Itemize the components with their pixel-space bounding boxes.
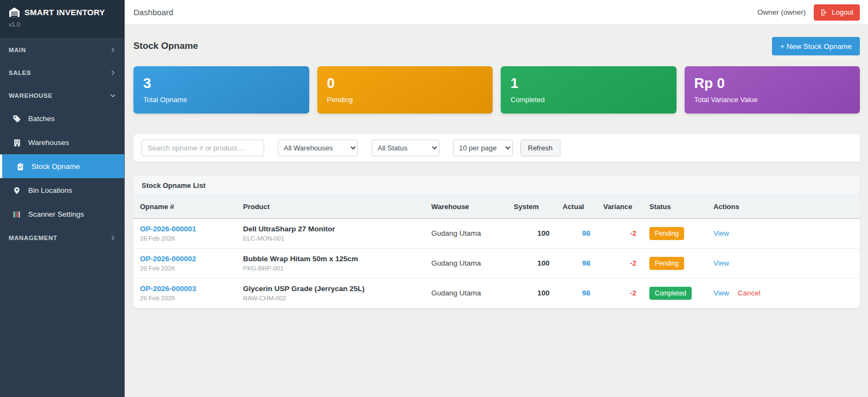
col-header-opname: Opname #: [133, 196, 237, 218]
filter-bar: All Warehouses All Status 10 per page Re…: [133, 134, 860, 162]
app-version: v1.0: [9, 21, 116, 28]
sidebar-item-label: Bin Locations: [28, 186, 72, 194]
page-title: Stock Opname: [133, 41, 198, 52]
chevron-down-icon: [110, 93, 116, 98]
sidebar-section-warehouse[interactable]: WAREHOUSE: [0, 84, 124, 106]
app-title: SMART INVENTORY: [24, 8, 105, 17]
logout-label: Logout: [832, 8, 853, 16]
section-label: MANAGEMENT: [9, 235, 58, 241]
stat-card-total-opname: 3 Total Opname: [133, 66, 309, 114]
col-header-system: System: [507, 196, 556, 218]
sidebar-item-scanner-settings[interactable]: Scanner Settings: [0, 202, 124, 226]
sidebar-section-management[interactable]: MANAGEMENT: [0, 226, 124, 249]
brand: SMART INVENTORY v1.0: [0, 0, 124, 38]
status-badge: Completed: [649, 287, 692, 300]
building-icon: [12, 138, 22, 147]
section-label: SALES: [9, 70, 31, 76]
section-label: MAIN: [9, 47, 26, 53]
stat-value: Rp 0: [694, 75, 851, 91]
opname-date: 26 Feb 2026: [140, 295, 230, 301]
table-row: OP-2026-000002 26 Feb 2026 Bubble Wrap H…: [133, 248, 860, 278]
product-name: Dell UltraSharp 27 Monitor: [243, 225, 418, 233]
warehouse-cell: Gudang Utama: [425, 248, 507, 278]
stat-cards: 3 Total Opname 0 Pending 1 Completed Rp …: [133, 66, 860, 114]
system-qty: 100: [507, 218, 556, 248]
table-row: OP-2026-000003 26 Feb 2026 Glycerin USP …: [133, 278, 860, 308]
logout-button[interactable]: Logout: [814, 4, 860, 21]
warehouse-filter-select[interactable]: All Warehouses: [278, 140, 358, 156]
variance-qty: -2: [597, 248, 643, 278]
logout-icon: [820, 9, 828, 16]
opname-link[interactable]: OP-2026-000003: [140, 285, 196, 293]
barcode-icon: [12, 210, 22, 219]
sidebar-item-label: Warehouses: [28, 138, 69, 147]
variance-qty: -2: [597, 278, 643, 308]
content: Stock Opname + New Stock Opname 3 Total …: [125, 25, 868, 320]
actual-qty: 98: [556, 218, 597, 248]
view-link[interactable]: View: [713, 289, 729, 297]
system-qty: 100: [507, 248, 556, 278]
view-link[interactable]: View: [713, 259, 729, 267]
product-sku: PKG-BRP-001: [243, 265, 418, 272]
stat-label: Total Opname: [143, 96, 299, 104]
col-header-variance: Variance: [597, 196, 643, 218]
product-sku: ELC-MON-001: [243, 235, 418, 242]
stock-opname-list-card: Stock Opname List Opname # Product Wareh…: [133, 175, 860, 308]
actual-qty: 98: [556, 278, 597, 308]
clipboard-check-icon: [15, 162, 25, 171]
col-header-warehouse: Warehouse: [425, 196, 507, 218]
opname-link[interactable]: OP-2026-000001: [140, 225, 196, 233]
user-label: Owner (owner): [757, 8, 806, 16]
cancel-link[interactable]: Cancel: [738, 289, 761, 297]
opname-date: 26 Feb 2026: [140, 265, 230, 272]
sidebar-item-bin-locations[interactable]: Bin Locations: [0, 178, 124, 202]
sidebar-item-label: Stock Opname: [31, 162, 80, 171]
product-sku: RAW-CHM-002: [243, 295, 418, 301]
tag-icon: [12, 115, 22, 123]
status-filter-select[interactable]: All Status: [372, 140, 439, 156]
stat-card-completed: 1 Completed: [501, 66, 676, 114]
col-header-actions: Actions: [707, 196, 860, 218]
sidebar: SMART INVENTORY v1.0 MAIN SALES WAREHOUS…: [0, 0, 125, 397]
section-label: WAREHOUSE: [9, 92, 53, 99]
sidebar-item-label: Scanner Settings: [28, 210, 84, 218]
chevron-right-icon: [110, 47, 116, 53]
product-name: Glycerin USP Grade (Jerrycan 25L): [243, 285, 418, 293]
stock-opname-table: Opname # Product Warehouse System Actual…: [133, 196, 860, 308]
variance-qty: -2: [597, 218, 643, 248]
warehouse-cell: Gudang Utama: [425, 218, 507, 248]
product-name: Bubble Wrap Hitam 50m x 125cm: [243, 255, 418, 263]
stat-value: 1: [510, 75, 667, 91]
topbar: Dashboard Owner (owner) Logout: [125, 0, 868, 25]
stat-value: 0: [327, 75, 483, 91]
stat-value: 3: [143, 75, 299, 91]
chevron-right-icon: [110, 235, 116, 241]
stat-label: Total Variance Value: [694, 96, 851, 104]
opname-link[interactable]: OP-2026-000002: [140, 255, 196, 263]
col-header-status: Status: [643, 196, 707, 218]
sidebar-item-warehouses[interactable]: Warehouses: [0, 130, 124, 154]
map-pin-icon: [12, 186, 22, 195]
table-row: OP-2026-000001 26 Feb 2026 Dell UltraSha…: [133, 218, 860, 248]
chevron-right-icon: [110, 70, 116, 75]
col-header-product: Product: [237, 196, 425, 218]
sidebar-section-main[interactable]: MAIN: [0, 38, 124, 61]
sidebar-section-sales[interactable]: SALES: [0, 61, 124, 84]
stat-card-pending: 0 Pending: [317, 66, 493, 114]
status-badge: Pending: [649, 257, 684, 270]
sidebar-item-batches[interactable]: Batches: [0, 106, 124, 130]
topbar-title: Dashboard: [133, 8, 173, 17]
new-stock-opname-button[interactable]: + New Stock Opname: [772, 37, 860, 55]
actual-qty: 98: [556, 248, 597, 278]
refresh-button[interactable]: Refresh: [520, 140, 560, 156]
view-link[interactable]: View: [713, 229, 729, 237]
opname-date: 26 Feb 2026: [140, 235, 230, 242]
stat-label: Pending: [327, 96, 483, 104]
table-title: Stock Opname List: [133, 175, 860, 196]
warehouse-logo-icon: [9, 7, 20, 17]
warehouse-cell: Gudang Utama: [425, 278, 507, 308]
search-input[interactable]: [142, 140, 264, 156]
per-page-select[interactable]: 10 per page: [453, 140, 513, 156]
stat-card-variance-value: Rp 0 Total Variance Value: [685, 66, 860, 114]
sidebar-item-stock-opname[interactable]: Stock Opname: [0, 154, 124, 178]
